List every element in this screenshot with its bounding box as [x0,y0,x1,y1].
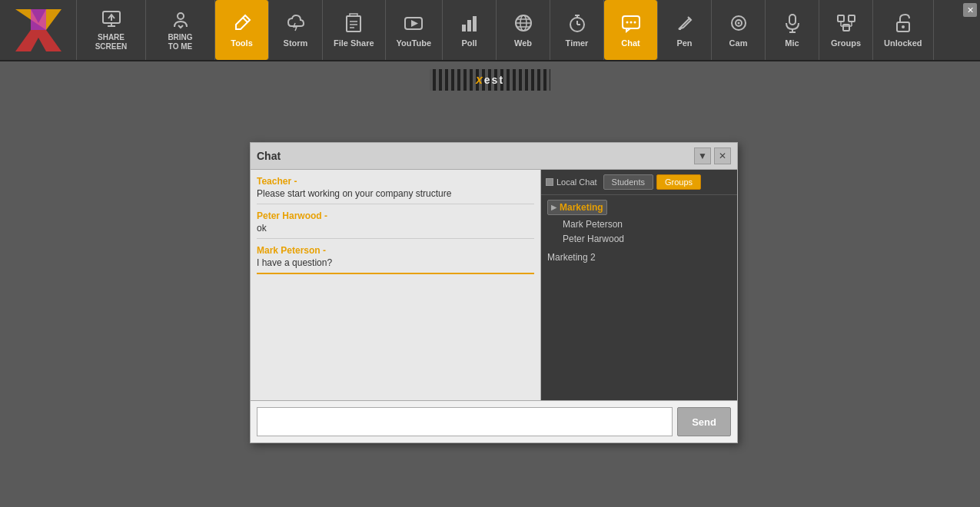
toolbar-logo [0,0,77,60]
toolbar-item-tools[interactable]: Tools [215,0,269,60]
group-item-marketing: ▶ Marketing Mark Peterson Peter Harwood [547,200,731,247]
svg-point-8 [178,13,184,19]
chat-titlebar-buttons: ▼ ✕ [694,147,731,164]
chat-message-input[interactable] [257,407,673,436]
svg-rect-17 [467,20,471,31]
group-name-marketing-2[interactable]: Marketing 2 [547,250,731,267]
toolbar-item-cam[interactable]: Cam [712,0,766,60]
svg-rect-16 [462,25,466,31]
svg-point-30 [626,22,628,24]
chat-groups-list: ▶ Marketing Mark Peterson Peter Harwood … [541,195,737,400]
svg-marker-2 [15,30,61,51]
group-member-mark-peterson: Mark Peterson [547,217,731,232]
toolbar-label-chat: Chat [621,38,639,48]
chat-msg-text-1: Please start working on your company str… [257,188,534,204]
chat-dialog: Chat ▼ ✕ Teacher - Please start working … [250,142,738,443]
local-chat-label: Local Chat [546,177,597,187]
toolbar-label-bring-to-me: BRINGTO ME [168,33,192,51]
toolbar-item-chat[interactable]: Chat [604,0,658,60]
toolbar-item-share-screen[interactable]: SHARESCREEN [77,0,146,60]
toolbar-label-tools: Tools [231,38,253,48]
toolbar-label-storm: Storm [284,38,308,48]
chat-msg-text-2: ok [257,223,534,239]
xest-bar-inner: xest [430,69,550,91]
svg-point-49 [902,25,905,28]
chat-dialog-title: Chat [257,150,281,162]
toolbar-item-pen[interactable]: Pen [658,0,712,60]
toolbar-item-poll[interactable]: Poll [443,0,497,60]
chat-close-button[interactable]: ✕ [714,147,731,164]
svg-rect-10 [347,16,360,31]
tab-groups[interactable]: Groups [656,174,701,190]
toolbar-label-youtube: YouTube [397,38,431,48]
toolbar-label-mic: Mic [785,38,799,48]
toolbar-label-file-share: File Share [334,38,374,48]
group-name-marketing[interactable]: ▶ Marketing [547,200,607,215]
svg-point-31 [630,22,632,24]
chat-message-3: Mark Peterson - I have a question? [257,245,534,274]
xest-bar: xest [0,69,980,91]
tab-students[interactable]: Students [603,174,653,190]
chat-msg-author-1: Teacher - [257,176,534,187]
chat-message-1: Teacher - Please start working on your c… [257,176,534,204]
toolbar-label-web: Web [514,38,532,48]
xest-logo-text: xest [476,73,504,87]
toolbar-item-web[interactable]: Web [497,0,550,60]
toolbar-item-mic[interactable]: Mic [766,0,819,60]
chat-body: Teacher - Please start working on your c… [251,170,737,400]
toolbar: SHARESCREEN BRINGTO ME Tools Storm [0,0,980,61]
window-close-button[interactable]: ✕ [963,3,977,17]
chat-minimize-button[interactable]: ▼ [694,147,711,164]
chat-send-button[interactable]: Send [677,407,731,436]
chat-message-2: Peter Harwood - ok [257,210,534,239]
chat-msg-author-3: Mark Peterson - [257,245,534,256]
xest-x-letter: x [476,73,484,86]
group-member-peter-harwood: Peter Harwood [547,232,731,247]
toolbar-item-storm[interactable]: Storm [269,0,323,60]
toolbar-label-groups: Groups [831,38,861,48]
svg-line-9 [243,18,247,22]
svg-point-37 [737,22,739,25]
svg-rect-42 [849,15,855,22]
chat-right-panel: Local Chat Students Groups ▶ Marketing M… [541,170,737,400]
toolbar-item-unlocked[interactable]: Unlocked [873,0,934,60]
svg-rect-43 [843,25,849,31]
toolbar-item-bring-to-me[interactable]: BRINGTO ME [146,0,215,60]
chat-msg-author-2: Peter Harwood - [257,210,534,221]
toolbar-label-share-screen: SHARESCREEN [95,33,128,51]
toolbar-item-timer[interactable]: Timer [550,0,604,60]
chat-input-area: Send [251,400,737,442]
toolbar-label-timer: Timer [566,38,589,48]
chat-titlebar: Chat ▼ ✕ [251,143,737,170]
svg-rect-38 [789,15,796,25]
toolbar-item-groups[interactable]: Groups [819,0,873,60]
toolbar-item-file-share[interactable]: File Share [323,0,386,60]
toolbar-label-poll: Poll [461,38,477,48]
svg-rect-41 [838,15,844,22]
group-item-marketing-2: Marketing 2 [547,250,731,267]
toolbar-label-unlocked: Unlocked [884,38,922,48]
svg-marker-3 [31,9,46,30]
toolbar-label-pen: Pen [676,38,692,48]
chat-right-tabs: Local Chat Students Groups [541,170,737,195]
toolbar-item-youtube[interactable]: YouTube [386,0,443,60]
svg-point-32 [633,22,636,24]
chat-messages-panel: Teacher - Please start working on your c… [251,170,541,400]
chat-msg-text-3: I have a question? [257,257,534,274]
toolbar-label-cam: Cam [729,38,748,48]
local-chat-indicator [546,178,553,186]
svg-rect-18 [473,16,477,31]
group-expand-icon-marketing: ▶ [551,204,556,211]
svg-marker-15 [411,20,418,27]
